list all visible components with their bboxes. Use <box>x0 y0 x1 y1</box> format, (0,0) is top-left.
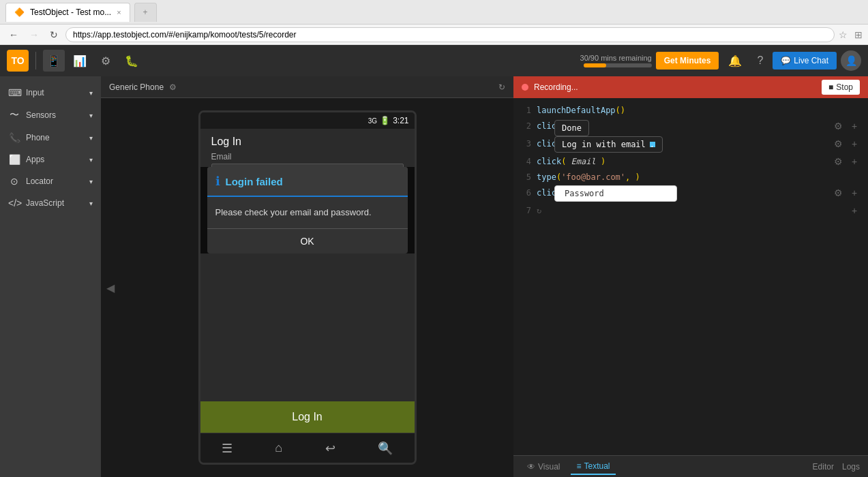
line-4-actions: ⚙ + <box>831 155 861 168</box>
left-arrow-icon[interactable]: ◀ <box>106 281 115 294</box>
phone-icon: 📞 <box>8 132 20 143</box>
sidebar: ⌨ Input ▾ 〜 Sensors ▾ 📞 Phone ▾ ⬜ Apps ▾… <box>0 76 101 477</box>
login-title: Log In <box>211 136 241 147</box>
recording-dot <box>522 84 528 91</box>
code-line-7: 7 ↻ + <box>513 202 868 219</box>
phone-status-bar: 3G 🔋 3:21 <box>200 112 415 129</box>
input-chevron-icon: ▾ <box>89 89 93 97</box>
reload-btn[interactable]: ↻ <box>46 28 61 42</box>
back-btn[interactable]: ← <box>5 28 22 42</box>
sidebar-item-phone[interactable]: 📞 Phone ▾ <box>0 127 101 149</box>
sidebar-item-input[interactable]: ⌨ Input ▾ <box>0 82 101 104</box>
extensions-icon[interactable]: ⊞ <box>854 29 863 40</box>
code-line-3: 3 click( ⚙ + Log in with email · <box>513 135 868 153</box>
tab-visual[interactable]: 👁 Visual <box>522 459 565 474</box>
stop-label: Stop <box>836 82 853 92</box>
phone-login-btn[interactable]: Log In <box>200 401 415 433</box>
line-4-gear-btn[interactable]: ⚙ <box>831 155 845 168</box>
progress-fill <box>584 63 606 67</box>
sidebar-item-sensors[interactable]: 〜 Sensors ▾ <box>0 104 101 127</box>
active-tab[interactable]: 🔶 TestObject - Test mo... × <box>5 3 130 22</box>
url-input[interactable] <box>65 27 835 42</box>
device-screen-container: ◀ 3G 🔋 3:21 Log In Em <box>101 98 513 477</box>
tab-title: TestObject - Test mo... <box>30 7 111 17</box>
user-avatar[interactable]: 👤 <box>841 50 861 71</box>
refresh-icon[interactable]: ↻ <box>498 82 505 92</box>
toolbar-settings-icon[interactable]: ⚙ <box>95 50 117 72</box>
sidebar-label-input: Input <box>26 88 44 97</box>
get-minutes-btn[interactable]: Get Minutes <box>656 52 719 70</box>
progress-bar <box>584 63 652 67</box>
stop-btn[interactable]: ■ Stop <box>822 80 860 95</box>
new-tab-btn[interactable]: + <box>134 3 157 22</box>
phone-chevron-icon: ▾ <box>89 134 93 142</box>
battery-icon: 🔋 <box>380 116 390 125</box>
phone-home-icon[interactable]: ⌂ <box>275 441 282 455</box>
live-chat-label: Live Chat <box>794 56 828 65</box>
app-logo[interactable]: TO <box>7 50 29 72</box>
bookmark-icon[interactable]: ☆ <box>839 29 848 40</box>
visual-icon: 👁 <box>527 462 535 472</box>
sensors-icon: 〜 <box>8 109 20 121</box>
sidebar-item-apps[interactable]: ⬜ Apps ▾ <box>0 149 101 170</box>
loading-spinner: ↻ <box>537 206 541 215</box>
line-2-plus-btn[interactable]: + <box>848 119 861 133</box>
sidebar-item-javascript[interactable]: </> JavaScript ▾ <box>0 192 101 214</box>
tab-close-btn[interactable]: × <box>117 8 121 16</box>
login-failed-body: Please check your email and password. <box>207 197 408 228</box>
line-num-7: 7 <box>520 206 531 215</box>
app-container: TO 📱 📊 ⚙ 🐛 30/90 mins remaining Get Minu… <box>0 45 868 477</box>
line-3-plus-btn[interactable]: + <box>848 137 861 151</box>
editor-link[interactable]: Editor <box>813 462 834 472</box>
tab-textual[interactable]: ≡ Textual <box>571 459 615 475</box>
line-2-gear-btn[interactable]: ⚙ <box>831 119 845 133</box>
js-chevron-icon: ▾ <box>89 200 93 207</box>
line-3-gear-btn[interactable]: ⚙ <box>831 137 845 151</box>
recording-status: Recording... <box>534 82 578 92</box>
login-failed-header: ℹ Login failed <box>207 167 408 197</box>
live-chat-btn[interactable]: 💬 Live Chat <box>773 52 837 70</box>
right-panel: Recording... ■ Stop 1 launchDefaultApp() <box>513 76 868 477</box>
line-6-gear-btn[interactable]: ⚙ <box>831 186 845 200</box>
phone-search-icon[interactable]: 🔍 <box>378 441 393 456</box>
login-email-popup-dot: · <box>650 142 655 147</box>
input-icon: ⌨ <box>8 87 20 98</box>
toolbar-device-icon[interactable]: 📱 <box>43 50 65 72</box>
toolbar-chart-icon[interactable]: 📊 <box>69 50 91 72</box>
phone-login-header: Log In <box>200 129 415 152</box>
sidebar-label-js: JavaScript <box>26 198 64 208</box>
bottom-toolbar: 👁 Visual ≡ Textual Editor Logs <box>513 455 868 477</box>
logs-link[interactable]: Logs <box>842 462 860 472</box>
login-email-popup: Log in with email · <box>554 136 663 153</box>
line-3-actions: ⚙ + <box>831 137 861 151</box>
device-settings-icon[interactable]: ⚙ <box>169 82 177 92</box>
login-failed-dialog: ℹ Login failed Please check your email a… <box>207 167 408 253</box>
login-btn-label: Log In <box>292 411 322 422</box>
locator-icon: ⊙ <box>8 176 20 187</box>
line-content-5: type('foo@bar.com', ) <box>537 172 861 182</box>
login-failed-info-icon: ℹ <box>215 174 220 189</box>
line-6-plus-btn[interactable]: + <box>848 186 861 200</box>
login-failed-ok-btn[interactable]: OK <box>207 228 408 253</box>
line-content-7: ↻ <box>537 206 842 215</box>
notification-icon[interactable]: 🔔 <box>723 52 747 70</box>
phone-login-screen: Log In Email foo@bar.com ✕ Password ••••… <box>200 129 415 433</box>
address-bar-area: ← → ↻ ☆ ⊞ <box>0 25 868 45</box>
time-display: 3:21 <box>393 116 408 125</box>
device-header: Generic Phone ⚙ ↻ <box>101 76 513 98</box>
sidebar-item-locator[interactable]: ⊙ Locator ▾ <box>0 170 101 192</box>
toolbar-debug-icon[interactable]: 🐛 <box>121 50 143 72</box>
email-label: Email <box>211 152 404 161</box>
forward-btn[interactable]: → <box>26 28 42 42</box>
phone-back-icon[interactable]: ↩ <box>325 441 335 456</box>
line-7-plus-btn[interactable]: + <box>848 204 861 217</box>
help-icon[interactable]: ? <box>751 52 768 70</box>
line-4-plus-btn[interactable]: + <box>848 155 861 168</box>
password-popup-label: Password <box>565 189 604 198</box>
top-toolbar: TO 📱 📊 ⚙ 🐛 30/90 mins remaining Get Minu… <box>0 45 868 76</box>
line-num-6: 6 <box>520 188 531 198</box>
editor-logs-area: Editor Logs <box>813 462 860 472</box>
phone-menu-icon[interactable]: ☰ <box>222 441 233 456</box>
line-num-5: 5 <box>520 172 531 182</box>
line-num-3: 3 <box>520 139 531 149</box>
